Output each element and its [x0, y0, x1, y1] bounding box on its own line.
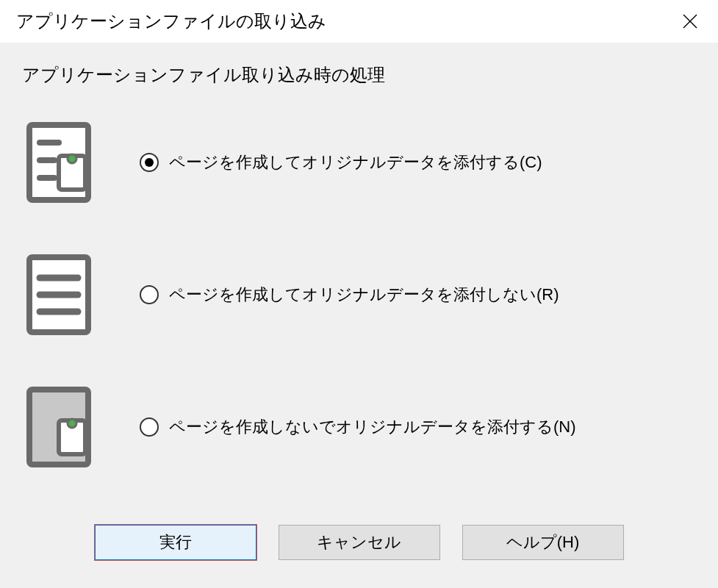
page-with-attachment-icon — [22, 122, 96, 203]
attachment-only-icon — [22, 387, 96, 467]
option-1-label: ページを作成してオリジナルデータを添付する(C) — [169, 151, 542, 173]
option-2-label: ページを作成してオリジナルデータを添付しない(R) — [169, 284, 559, 306]
close-icon — [682, 13, 698, 29]
titlebar: アプリケーションファイルの取り込み — [0, 0, 718, 43]
close-button[interactable] — [675, 7, 705, 36]
svg-point-14 — [68, 419, 76, 428]
subtitle: アプリケーションファイル取り込み時の処理 — [22, 63, 696, 87]
execute-button[interactable]: 実行 — [95, 525, 256, 560]
radio-option-2[interactable] — [140, 285, 159, 304]
option-create-page-attach[interactable]: ページを作成してオリジナルデータを添付する(C) — [22, 122, 696, 203]
page-icon — [22, 254, 96, 335]
option-no-page-attach[interactable]: ページを作成しないでオリジナルデータを添付する(N) — [22, 387, 696, 467]
cancel-button[interactable]: キャンセル — [279, 525, 440, 560]
dialog-body: アプリケーションファイル取り込み時の処理 ページを作成してオリジナルデータを添付… — [0, 43, 718, 560]
radio-option-3[interactable] — [140, 417, 159, 437]
help-button[interactable]: ヘルプ(H) — [462, 525, 624, 560]
svg-point-7 — [68, 154, 76, 163]
window-title: アプリケーションファイルの取り込み — [16, 10, 326, 33]
option-3-label: ページを作成しないでオリジナルデータを添付する(N) — [169, 416, 576, 438]
radio-option-1[interactable] — [140, 153, 159, 172]
button-row: 実行 キャンセル ヘルプ(H) — [22, 519, 696, 560]
option-create-page-no-attach[interactable]: ページを作成してオリジナルデータを添付しない(R) — [22, 254, 696, 335]
